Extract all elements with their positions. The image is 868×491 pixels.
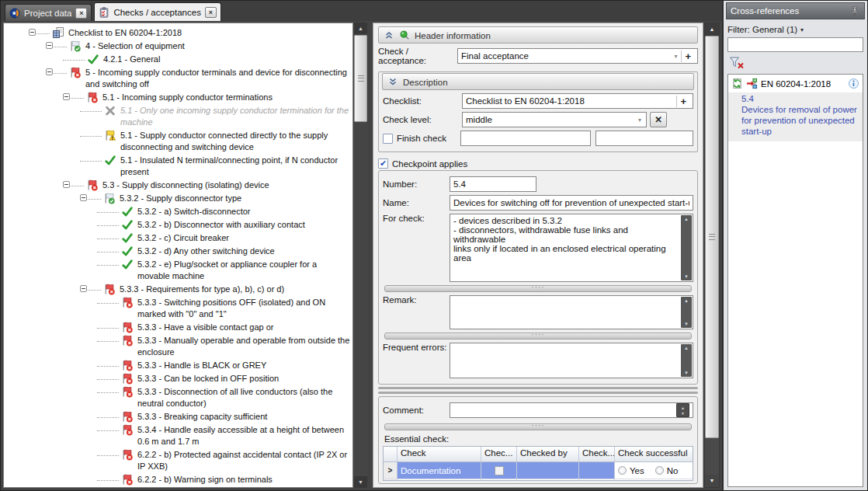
collapse-section-icon[interactable] xyxy=(384,30,394,40)
splitter-handle[interactable] xyxy=(384,285,692,292)
radio-icon[interactable] xyxy=(618,466,627,475)
checklist-tree[interactable]: Checklist to EN 60204-1:20184 - Selectio… xyxy=(3,23,353,488)
scrollbar-thumb[interactable] xyxy=(705,36,719,438)
tree-item[interactable]: 5.3 - Supply disconnecting (isolating) d… xyxy=(5,178,351,191)
frequent-errors-textarea[interactable] xyxy=(450,343,693,378)
checked-by-cell[interactable] xyxy=(517,479,579,481)
chevron-down-icon[interactable]: ▾ xyxy=(672,53,679,60)
tree-scrollbar[interactable]: ▲ ▼ xyxy=(354,23,367,488)
check-name-cell[interactable]: Documentation xyxy=(398,462,481,479)
expander-icon[interactable] xyxy=(46,68,53,75)
tree-item[interactable]: 5.3.3 - Handle is BLACK or GREY xyxy=(5,358,351,371)
tree-item[interactable]: 5.1 - Incoming supply conductor terminat… xyxy=(5,90,351,103)
number-field[interactable]: 5.4 xyxy=(450,176,536,192)
radio-yes[interactable]: Yes xyxy=(618,466,644,475)
checked-cell[interactable] xyxy=(481,462,517,479)
tree-item[interactable]: 5.3.2 - c) Circuit breaker xyxy=(5,231,351,244)
name-field[interactable]: Devices for switching off for prevention… xyxy=(450,195,693,211)
tree-item[interactable]: 5.1 - Only one incoming supply conductor… xyxy=(5,103,351,128)
add-button[interactable]: + xyxy=(676,96,689,107)
expand-section-icon[interactable] xyxy=(387,76,398,87)
checked-checkbox[interactable] xyxy=(495,466,504,475)
check-name-cell[interactable]: Visual inspection xyxy=(398,479,481,481)
filter-input[interactable] xyxy=(727,37,863,52)
cross-reference-detail[interactable]: 5.4 Devices for removal of power for pre… xyxy=(728,92,863,141)
expander-icon[interactable] xyxy=(80,285,87,292)
info-icon[interactable] xyxy=(848,78,859,89)
tree-item[interactable]: 6.2.2 - b) Protected against accidental … xyxy=(5,447,351,472)
tree-item[interactable]: 4.2.1 - General xyxy=(5,52,351,65)
tree-item[interactable]: 5 - Incoming supply conductor terminals … xyxy=(5,65,351,90)
tree-item[interactable]: 5.3.3 - Disconnection of all live conduc… xyxy=(5,385,351,409)
expander-icon[interactable] xyxy=(46,42,53,49)
row-selector[interactable]: > xyxy=(384,462,398,479)
description-bar[interactable]: Description xyxy=(382,73,694,90)
close-icon[interactable]: × xyxy=(75,8,87,19)
scroll-up-icon[interactable]: ▲ xyxy=(354,23,367,34)
expander-icon[interactable] xyxy=(63,181,70,188)
delete-filter-icon[interactable] xyxy=(729,56,745,70)
scrollbar-thumb[interactable] xyxy=(354,35,367,122)
radio-no[interactable]: No xyxy=(655,466,679,475)
checked-cell[interactable] xyxy=(481,479,517,481)
splitter-handle[interactable] xyxy=(384,423,692,430)
expander-icon[interactable] xyxy=(29,29,36,36)
cross-references-titlebar[interactable]: Cross-references xyxy=(726,2,865,19)
tree-item[interactable]: Checklist to EN 60204-1:2018 xyxy=(5,26,351,39)
cross-reference-item[interactable]: EN 60204-1:2018 xyxy=(728,75,863,92)
tree-item[interactable]: 5.3.3 - Breaking capacity sufficient xyxy=(5,409,351,423)
chevron-down-icon[interactable]: ▾ xyxy=(637,117,643,124)
finish-check-checkbox[interactable] xyxy=(383,134,393,144)
tree-item[interactable]: 5.3.3 - Requirements for type e) xyxy=(5,486,351,488)
expander-icon[interactable] xyxy=(80,194,87,201)
tree-item[interactable]: 5.3.4 - Handle easily accessible at a he… xyxy=(5,423,351,447)
scroll-down-icon[interactable]: ▼ xyxy=(705,475,719,487)
radio-icon[interactable] xyxy=(655,466,664,475)
column-header[interactable]: Chec... xyxy=(481,447,517,461)
close-icon[interactable]: × xyxy=(205,7,217,18)
tree-item[interactable]: 5.3.3 - Switching positions OFF (isolate… xyxy=(5,295,351,320)
tab-checks-acceptances[interactable]: Checks / acceptances × xyxy=(94,2,221,21)
checkpoint-applies-checkbox[interactable] xyxy=(378,158,388,169)
scroll-up-icon[interactable]: ▲ xyxy=(705,23,719,36)
column-header[interactable]: Check... xyxy=(579,447,615,461)
tree-item[interactable]: 4 - Selection of equipment xyxy=(5,39,351,52)
column-header[interactable]: Check xyxy=(398,447,481,461)
detail-scrollbar[interactable]: ▲ ▼ xyxy=(704,23,720,488)
finish-check-date-field[interactable] xyxy=(460,131,591,146)
tree-item[interactable]: 5.3.2 - b) Disconnector with auxiliary c… xyxy=(5,218,351,231)
column-header[interactable]: Checked by xyxy=(517,447,579,461)
tree-item[interactable]: 5.3.3 - Manually operable and operable f… xyxy=(5,333,351,358)
tab-project-data[interactable]: Project data × xyxy=(5,4,92,21)
remark-textarea[interactable] xyxy=(450,295,693,329)
splitter-handle[interactable] xyxy=(384,333,692,340)
tree-item[interactable]: 5.3.3 - Have a visible contact gap or xyxy=(5,320,351,333)
tree-item[interactable]: 5.3.2 - a) Switch-disconnector xyxy=(5,204,351,218)
column-header[interactable]: Check successful xyxy=(615,447,693,461)
checklist-field[interactable]: Checklist to EN 60204-1:2018 + xyxy=(462,93,693,109)
scrollbar-track[interactable] xyxy=(705,438,719,475)
textarea-scrollbar[interactable]: ▲▼ xyxy=(681,215,692,280)
check-date-cell[interactable] xyxy=(579,462,615,479)
tree-item[interactable]: 5.1 - Supply conductor connected directl… xyxy=(5,128,351,153)
textarea-scrollbar[interactable]: ▲▼ xyxy=(681,344,692,377)
section-link[interactable]: 5.4 xyxy=(741,93,859,104)
check-acceptance-field[interactable]: Final acceptance ▾ + xyxy=(457,48,698,64)
cross-reference-list[interactable]: EN 60204-1:2018 5.4 Devices for removal … xyxy=(727,74,863,487)
tree-item[interactable]: 5.1 - Insulated N terminal/connecting po… xyxy=(5,153,351,178)
tree-item[interactable]: 6.2.2 - b) Warning sign on terminals xyxy=(5,472,351,486)
expander-icon[interactable] xyxy=(63,93,70,100)
table-row[interactable]: Visual inspectionYesNo xyxy=(384,479,693,481)
comment-field[interactable]: ▲▼ xyxy=(450,402,693,418)
tree-item[interactable]: 5.3.2 - d) Any other switching device xyxy=(5,244,351,257)
tree-item[interactable]: 5.3.3 - Requirements for type a), b), c)… xyxy=(5,282,351,295)
pin-icon[interactable] xyxy=(849,5,860,16)
splitter-handle[interactable] xyxy=(378,386,698,395)
tree-item[interactable]: 5.3.2 - e) Plug/socket or appliance coup… xyxy=(5,257,351,282)
checked-by-cell[interactable] xyxy=(517,462,579,479)
clear-button[interactable]: ✕ xyxy=(650,112,667,127)
for-check-textarea[interactable]: - devices described in 5.3.2 - disconnec… xyxy=(450,214,693,282)
description-link[interactable]: Devices for removal of power for prevent… xyxy=(741,104,859,137)
scroll-down-icon[interactable]: ▼ xyxy=(354,476,367,488)
check-date-cell[interactable] xyxy=(579,479,615,481)
